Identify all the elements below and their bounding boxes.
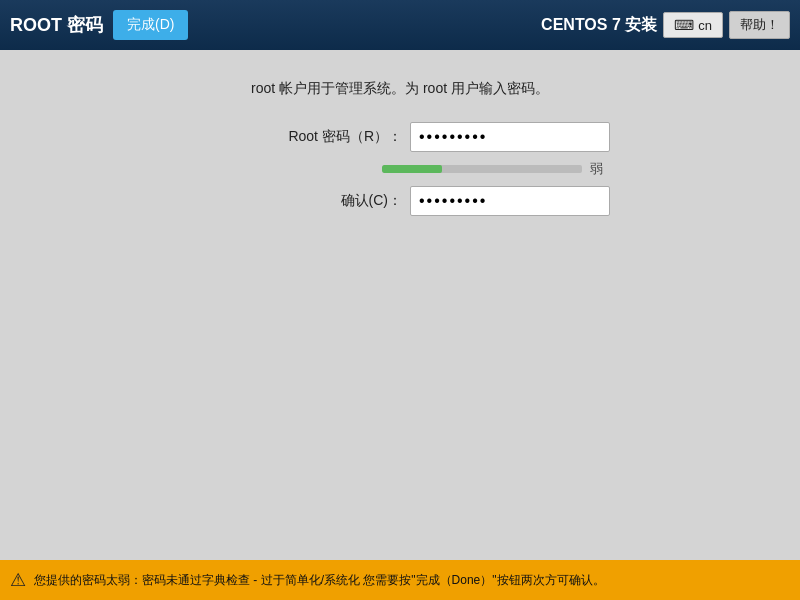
- warning-icon: ⚠: [10, 569, 26, 591]
- confirm-input[interactable]: [410, 186, 610, 216]
- form-area: Root 密码（R）： 弱 确认(C)：: [190, 122, 610, 216]
- header-left: ROOT 密码 完成(D): [10, 10, 188, 40]
- header: ROOT 密码 完成(D) CENTOS 7 安装 ⌨ cn 帮助！: [0, 0, 800, 50]
- lang-label: cn: [698, 18, 712, 33]
- form-description: root 帐户用于管理系统。为 root 用户输入密码。: [251, 80, 549, 98]
- confirm-row: 确认(C)：: [190, 186, 610, 216]
- centos-title: CENTOS 7 安装: [541, 15, 657, 36]
- done-button[interactable]: 完成(D): [113, 10, 188, 40]
- strength-label: 弱: [590, 160, 610, 178]
- strength-bar-fill: [382, 165, 442, 173]
- password-label: Root 密码（R）：: [282, 128, 402, 146]
- strength-row: 弱: [190, 160, 610, 178]
- confirm-label: 确认(C)：: [282, 192, 402, 210]
- main-content: root 帐户用于管理系统。为 root 用户输入密码。 Root 密码（R）：…: [0, 50, 800, 560]
- warning-bar: ⚠ 您提供的密码太弱：密码未通过字典检查 - 过于简单化/系统化 您需要按"完成…: [0, 560, 800, 600]
- keyboard-icon: ⌨: [674, 17, 694, 33]
- password-input[interactable]: [410, 122, 610, 152]
- warning-text: 您提供的密码太弱：密码未通过字典检查 - 过于简单化/系统化 您需要按"完成（D…: [34, 572, 605, 589]
- password-row: Root 密码（R）：: [190, 122, 610, 152]
- help-button[interactable]: 帮助！: [729, 11, 790, 39]
- header-right: CENTOS 7 安装 ⌨ cn 帮助！: [541, 11, 790, 39]
- language-button[interactable]: ⌨ cn: [663, 12, 723, 38]
- strength-bar-container: [382, 165, 582, 173]
- page-title: ROOT 密码: [10, 13, 103, 37]
